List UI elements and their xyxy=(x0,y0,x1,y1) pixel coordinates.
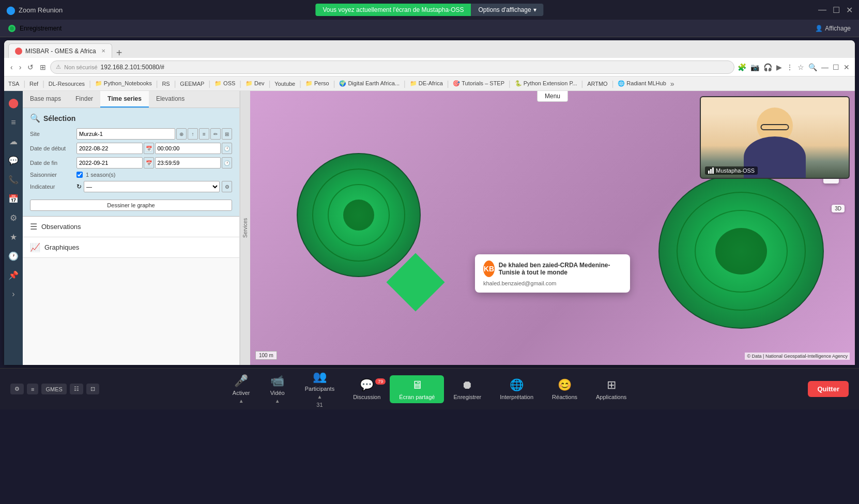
bookmark-python-ext[interactable]: 🐍 Python Extension P... xyxy=(515,80,577,87)
time-debut-clock-btn[interactable]: 🕐 xyxy=(222,143,232,154)
bookmark-radiant[interactable]: 🌐 Radiant MLHub xyxy=(618,80,666,87)
sidebar-nav-calendar[interactable]: 📅 xyxy=(6,192,21,206)
participants-btn[interactable]: 👥 Participants ▲ 31 xyxy=(296,367,344,411)
section-graphiques[interactable]: 📈 Graphiques xyxy=(23,237,239,258)
activer-btn[interactable]: 🎤 Activer ▲ xyxy=(223,371,259,407)
indicateur-settings-btn[interactable]: ⚙ xyxy=(222,181,232,192)
date-fin-calendar-btn[interactable]: 📅 xyxy=(144,157,154,169)
enregistrer-btn[interactable]: ⏺ Enregistrer xyxy=(444,375,490,403)
sidebar-nav-1[interactable]: ≡ xyxy=(9,116,18,129)
reactions-btn[interactable]: 😊 Réactions xyxy=(543,375,587,403)
bottom-left-btn-2[interactable]: ≡ xyxy=(27,384,38,394)
bookmark-rs[interactable]: RS xyxy=(162,81,170,87)
bookmark-icon[interactable]: ☆ xyxy=(796,62,805,72)
bottom-left-btn-4[interactable]: ☷ xyxy=(70,384,83,394)
bookmark-perso[interactable]: 📁 Perso xyxy=(305,80,329,87)
tab-finder[interactable]: Finder xyxy=(68,91,100,108)
sidebar-nav-message[interactable]: 💬 xyxy=(6,154,21,167)
interpretation-label: Interprétation xyxy=(500,394,533,400)
minimize-icon[interactable]: — xyxy=(818,5,826,15)
map-area[interactable]: Menu ▲ ◀ ⊕ ▶ ▼ + xyxy=(250,91,855,365)
map-menu-btn[interactable]: Menu xyxy=(537,91,568,102)
interpretation-btn[interactable]: 🌐 Interprétation xyxy=(490,375,543,403)
sidebar-nav-settings[interactable]: ⚙ xyxy=(8,211,19,225)
date-debut-calendar-btn[interactable]: 📅 xyxy=(144,143,154,154)
sidebar-nav-2[interactable]: ☁ xyxy=(7,134,20,148)
headphones-icon[interactable]: 🎧 xyxy=(762,62,773,72)
display-options-btn[interactable]: Options d'affichage ▾ xyxy=(471,4,543,16)
video-btn[interactable]: 📹 Vidéo ▲ xyxy=(259,371,296,407)
site-icon-4[interactable]: ✏ xyxy=(210,128,221,140)
bookmark-ref[interactable]: Ref xyxy=(29,81,38,87)
maximize-browser-icon[interactable]: ☐ xyxy=(832,62,840,72)
play-icon[interactable]: ▶ xyxy=(775,62,783,72)
bookmark-tsa[interactable]: TSA xyxy=(8,81,19,87)
bookmark-youtube[interactable]: Youtube xyxy=(274,81,295,87)
mic-icon: 🎤 xyxy=(234,374,248,388)
time-fin-input[interactable] xyxy=(155,157,221,169)
bookmark-artmo[interactable]: ARTMO xyxy=(587,81,608,87)
forward-btn[interactable]: › xyxy=(17,62,24,72)
bottom-left-btn-5[interactable]: ⊡ xyxy=(86,384,99,394)
indicateur-row: Indicateur ↻ — ⚙ xyxy=(30,181,232,192)
maximize-icon[interactable]: ☐ xyxy=(833,5,840,15)
bookmark-digital[interactable]: 🌍 Digital Earth Africa... xyxy=(339,80,400,87)
tab-base-maps[interactable]: Base maps xyxy=(23,91,68,108)
bottom-left-btn-1[interactable]: ⚙ xyxy=(10,384,24,394)
bookmark-dl[interactable]: DL-Resources xyxy=(49,81,85,87)
section-observations[interactable]: ☰ Observations xyxy=(23,217,239,237)
saisonnier-checkbox[interactable] xyxy=(76,172,83,178)
map-background: Menu ▲ ◀ ⊕ ▶ ▼ + xyxy=(250,91,855,365)
site-icon-5[interactable]: ⊞ xyxy=(222,128,232,140)
date-debut-input[interactable] xyxy=(76,143,143,154)
bottom-left-btn-gmes[interactable]: GMES xyxy=(41,384,66,394)
bookmarks-more-btn[interactable]: » xyxy=(670,80,674,88)
date-fin-input[interactable] xyxy=(76,157,143,169)
bookmark-dev[interactable]: 📁 Dev xyxy=(246,80,265,87)
time-debut-input[interactable] xyxy=(155,143,221,154)
dessiner-btn[interactable]: Dessiner le graphe xyxy=(30,200,232,211)
time-fin-clock-btn[interactable]: 🕐 xyxy=(222,157,232,169)
affichage-btn[interactable]: 👤 Affichage xyxy=(815,25,851,32)
close-icon[interactable]: ✕ xyxy=(846,5,853,15)
address-bar[interactable]: ⚠ Non sécurisé 192.168.2.101:50080/# xyxy=(50,60,734,74)
ecran-partage-btn[interactable]: 🖥 Écran partagé xyxy=(390,375,444,403)
bookmark-geemap[interactable]: GEEMAP xyxy=(180,81,204,87)
more-icon[interactable]: ⋮ xyxy=(785,62,794,72)
sidebar-nav-arrow[interactable]: › xyxy=(10,287,17,301)
sidebar-nav-star[interactable]: ★ xyxy=(8,230,19,244)
home-icon[interactable]: ⬤ xyxy=(6,95,21,111)
tab-time-series[interactable]: Time series xyxy=(100,91,149,108)
camera-icon[interactable]: 📷 xyxy=(749,62,760,72)
site-icon-3[interactable]: ≡ xyxy=(199,128,209,140)
extensions-icon[interactable]: 🧩 xyxy=(737,62,747,72)
chat-header: KB De khaled ben zaied-CRDA Medenine-Tun… xyxy=(483,261,622,277)
bookmark-tutorials[interactable]: 🎯 Tutorials – STEP xyxy=(453,80,504,87)
close-browser-icon[interactable]: ✕ xyxy=(842,62,851,72)
search-icon[interactable]: 🔍 xyxy=(807,62,818,72)
site-icon-1[interactable]: ⊕ xyxy=(176,128,187,140)
new-tab-btn[interactable]: + xyxy=(113,48,126,58)
back-btn[interactable]: ‹ xyxy=(8,62,15,72)
sidebar-nav-phone[interactable]: 📞 xyxy=(6,173,21,187)
browser-tab-misbar[interactable]: MISBAR - GMES & Africa ✕ xyxy=(8,43,112,58)
sidebar-nav-clock[interactable]: 🕐 xyxy=(6,249,21,263)
site-icon-2[interactable]: ↑ xyxy=(188,128,198,140)
tab-close-btn[interactable]: ✕ xyxy=(101,48,105,54)
toggle-3d-btn[interactable]: 3D xyxy=(832,205,845,212)
discussion-btn[interactable]: 💬 79 Discussion xyxy=(344,375,390,403)
enregistrer-label: Enregistrer xyxy=(453,394,481,400)
quit-btn[interactable]: Quitter xyxy=(808,381,849,397)
bookmark-python[interactable]: 📁 Python_Notebooks xyxy=(95,80,152,87)
site-input[interactable] xyxy=(76,128,175,140)
sidebar-nav-pin[interactable]: 📌 xyxy=(6,268,21,282)
browser-tabs-bar: MISBAR - GMES & Africa ✕ + xyxy=(4,40,855,58)
reload-btn[interactable]: ↺ xyxy=(25,62,36,72)
applications-btn[interactable]: ⊞ Applications xyxy=(587,375,636,403)
tab-elevations[interactable]: Elevations xyxy=(149,91,192,108)
indicateur-select[interactable]: — xyxy=(84,181,220,192)
apps-btn[interactable]: ⊞ xyxy=(38,62,48,72)
bookmark-de-africa[interactable]: 📁 DE-Africa xyxy=(410,80,443,87)
minimize-browser-icon[interactable]: — xyxy=(820,62,830,72)
bookmark-oss[interactable]: 📁 OSS xyxy=(214,80,235,87)
